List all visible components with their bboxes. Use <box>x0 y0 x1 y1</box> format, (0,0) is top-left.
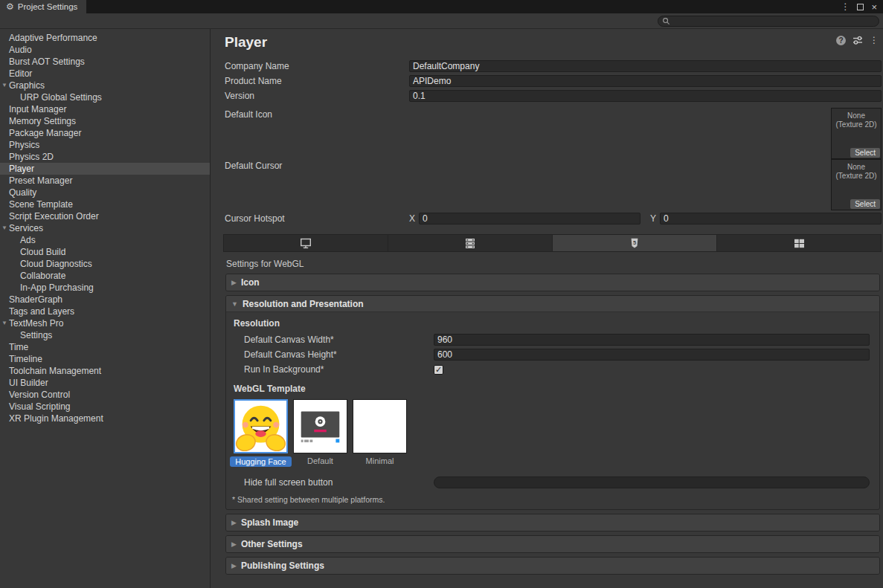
sidebar-item-ads[interactable]: Ads <box>0 234 210 246</box>
sidebar-item-shadergraph[interactable]: ShaderGraph <box>0 294 210 306</box>
project-settings-tab[interactable]: ⚙ Project Settings <box>0 0 86 13</box>
sidebar-item-physics[interactable]: Physics <box>0 139 210 151</box>
tab-dedicated-server[interactable] <box>388 235 552 251</box>
sidebar-item-collaborate[interactable]: Collaborate <box>0 270 210 282</box>
resolution-subheader: Resolution <box>234 318 870 329</box>
sidebar-item-label: URP Global Settings <box>20 92 102 103</box>
sidebar-item-textmesh-pro[interactable]: ▼TextMesh Pro <box>0 317 210 329</box>
sidebar-item-preset-manager[interactable]: Preset Manager <box>0 175 210 187</box>
sidebar-list: Adaptive PerformanceAudioBurst AOT Setti… <box>0 32 210 424</box>
sidebar-item-burst-aot-settings[interactable]: Burst AOT Settings <box>0 56 210 68</box>
section-publishing-settings: ▶ Publishing Settings <box>225 557 880 575</box>
version-field[interactable] <box>409 90 882 102</box>
section-resolution-header[interactable]: ▼ Resolution and Presentation <box>226 296 879 312</box>
sidebar-item-version-control[interactable]: Version Control <box>0 389 210 401</box>
help-icon[interactable]: ? <box>836 36 846 45</box>
section-other-title: Other Settings <box>241 539 303 549</box>
sidebar-item-urp-global-settings[interactable]: URP Global Settings <box>0 91 210 103</box>
texture-type-text: (Texture 2D) <box>832 172 881 181</box>
shared-setting-footnote: * Shared setting between multiple platfo… <box>232 495 870 504</box>
sidebar-item-toolchain-management[interactable]: Toolchain Management <box>0 365 210 377</box>
template-card-default[interactable] <box>293 399 347 453</box>
hotspot-x-label: X <box>409 213 415 224</box>
company-name-field[interactable] <box>409 60 882 72</box>
sidebar-item-ui-builder[interactable]: UI Builder <box>0 377 210 389</box>
sidebar-item-package-manager[interactable]: Package Manager <box>0 127 210 139</box>
check-icon: ✓ <box>435 366 442 374</box>
template-label-minimal[interactable]: Minimal <box>366 456 394 467</box>
hotspot-x-field[interactable] <box>419 213 640 224</box>
sidebar-item-settings[interactable]: Settings <box>0 329 210 341</box>
window-tab-title: Project Settings <box>18 2 78 11</box>
default-template-thumbnail-icon <box>294 400 347 453</box>
sidebar-item-memory-settings[interactable]: Memory Settings <box>0 115 210 127</box>
sidebar-item-visual-scripting[interactable]: Visual Scripting <box>0 401 210 413</box>
player-settings-panel: ? ⋮ Player Company Name Product Name Ver… <box>211 29 883 588</box>
settings-sidebar: Adaptive PerformanceAudioBurst AOT Setti… <box>0 29 211 588</box>
template-card-hugging-face[interactable] <box>234 399 288 453</box>
sidebar-item-label: Collaborate <box>20 271 65 281</box>
select-cursor-button[interactable]: Select <box>850 199 880 209</box>
maximize-icon[interactable] <box>857 4 864 10</box>
foldout-collapsed-icon: ▶ <box>231 279 237 286</box>
foldout-collapsed-icon: ▶ <box>231 562 237 569</box>
search-input[interactable] <box>673 17 875 26</box>
platform-tabbar: 5 <box>223 234 882 252</box>
section-splash-header[interactable]: ▶ Splash Image <box>226 514 879 531</box>
sidebar-item-label: TextMesh Pro <box>9 318 63 329</box>
foldout-expanded-icon[interactable]: ▼ <box>1 222 7 234</box>
section-publishing-header[interactable]: ▶ Publishing Settings <box>226 558 879 574</box>
sidebar-item-label: Cloud Diagnostics <box>20 259 92 269</box>
sidebar-item-timeline[interactable]: Timeline <box>0 353 210 365</box>
close-icon[interactable]: × <box>871 2 877 12</box>
foldout-expanded-icon[interactable]: ▼ <box>1 317 7 329</box>
sidebar-item-audio[interactable]: Audio <box>0 44 210 56</box>
version-label: Version <box>225 91 409 101</box>
foldout-expanded-icon[interactable]: ▼ <box>1 80 7 91</box>
tab-standalone[interactable] <box>224 235 388 251</box>
product-name-label: Product Name <box>225 76 409 86</box>
section-icon-title: Icon <box>241 277 260 288</box>
sidebar-item-scene-template[interactable]: Scene Template <box>0 198 210 210</box>
select-icon-button[interactable]: Select <box>850 148 880 158</box>
panel-menu-icon[interactable]: ⋮ <box>870 36 879 45</box>
run-in-background-checkbox[interactable]: ✓ <box>434 365 443 375</box>
sidebar-item-tags-and-layers[interactable]: Tags and Layers <box>0 306 210 317</box>
texture-type-text: (Texture 2D) <box>832 120 881 129</box>
minimal-template-thumbnail-icon <box>353 400 406 453</box>
sidebar-item-input-manager[interactable]: Input Manager <box>0 103 210 115</box>
section-other-header[interactable]: ▶ Other Settings <box>226 536 879 552</box>
sidebar-item-label: Editor <box>9 68 32 79</box>
canvas-width-field[interactable] <box>434 334 870 346</box>
canvas-height-field[interactable] <box>434 349 870 361</box>
sidebar-item-player[interactable]: Player <box>0 163 210 175</box>
sidebar-item-script-execution-order[interactable]: Script Execution Order <box>0 210 210 222</box>
sidebar-item-cloud-build[interactable]: Cloud Build <box>0 246 210 258</box>
section-icon-header[interactable]: ▶ Icon <box>226 274 879 291</box>
default-cursor-texture-well[interactable]: None (Texture 2D) Select <box>831 159 882 210</box>
sidebar-item-quality[interactable]: Quality <box>0 187 210 198</box>
sidebar-item-label: Physics <box>9 140 39 150</box>
product-name-field[interactable] <box>409 75 882 87</box>
search-box[interactable] <box>658 16 879 27</box>
sidebar-item-time[interactable]: Time <box>0 341 210 353</box>
template-card-minimal[interactable] <box>353 399 407 453</box>
hide-fullscreen-field[interactable] <box>434 476 870 488</box>
sidebar-item-xr-plugin-management[interactable]: XR Plugin Management <box>0 413 210 424</box>
sidebar-item-cloud-diagnostics[interactable]: Cloud Diagnostics <box>0 258 210 270</box>
window-menu-icon[interactable]: ⋮ <box>841 2 850 11</box>
tab-webgl[interactable]: 5 <box>553 235 716 251</box>
sidebar-item-adaptive-performance[interactable]: Adaptive Performance <box>0 32 210 44</box>
sidebar-item-graphics[interactable]: ▼Graphics <box>0 80 210 91</box>
template-label-hugging-face[interactable]: Hugging Face <box>230 456 292 467</box>
template-label-default[interactable]: Default <box>307 456 333 467</box>
sidebar-item-in-app-purchasing[interactable]: In-App Purchasing <box>0 282 210 294</box>
tab-windows-store[interactable] <box>717 235 881 251</box>
default-icon-texture-well[interactable]: None (Texture 2D) Select <box>831 108 882 159</box>
hotspot-y-field[interactable] <box>660 213 882 224</box>
sidebar-item-physics-2d[interactable]: Physics 2D <box>0 151 210 163</box>
sidebar-item-services[interactable]: ▼Services <box>0 222 210 234</box>
search-icon <box>662 17 670 25</box>
presets-icon[interactable] <box>853 35 863 45</box>
sidebar-item-editor[interactable]: Editor <box>0 68 210 80</box>
